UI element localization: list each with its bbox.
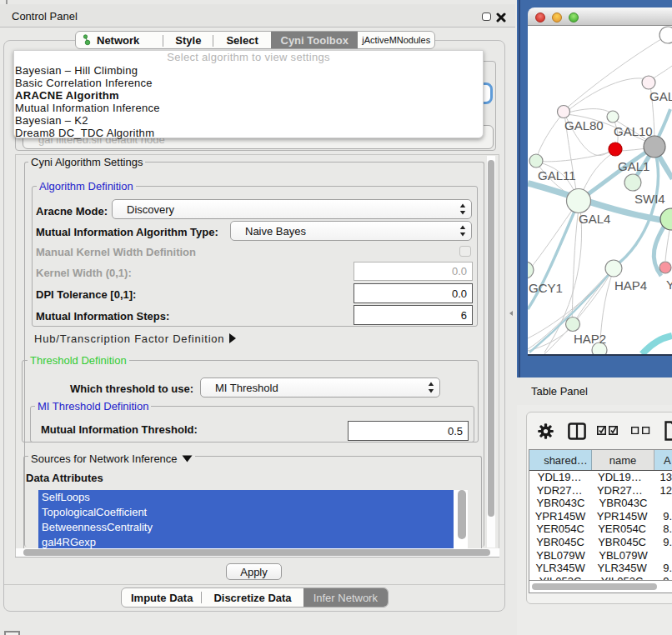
svg-text:GAL1: GAL1 (618, 159, 649, 173)
svg-text:GAL10: GAL10 (614, 124, 653, 138)
svg-text:GAL11: GAL11 (538, 168, 576, 182)
svg-text:GAL7: GAL7 (649, 89, 672, 103)
svg-text:SWI4: SWI4 (634, 192, 665, 206)
svg-text:GCY1: GCY1 (529, 281, 563, 295)
svg-text:GAL4: GAL4 (579, 212, 610, 226)
svg-text:Y: Y (666, 278, 672, 292)
svg-text:HAP4: HAP4 (614, 278, 647, 292)
svg-text:HAP2: HAP2 (574, 332, 606, 346)
svg-text:GAL80: GAL80 (564, 118, 604, 132)
